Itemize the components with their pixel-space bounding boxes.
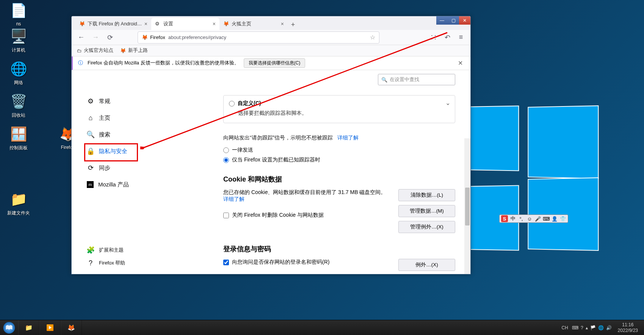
manage-data-button[interactable]: 管理数据…(M) [398, 205, 455, 217]
firefox-icon: 🦊 [142, 34, 148, 40]
ime-keyboard-button[interactable]: ⌨ [543, 215, 550, 222]
info-icon: ⓘ [78, 60, 83, 66]
cookies-learn-more-link[interactable]: 详细了解 [223, 196, 244, 202]
clear-data-button[interactable]: 清除数据…(L) [398, 189, 455, 201]
app-menu-button[interactable]: ≡ [455, 32, 467, 43]
tray-language-indicator[interactable]: CH [562, 325, 568, 330]
ime-toolbar[interactable]: S 中 °, ☺ 🎤 ⌨ 👤 👕 [499, 214, 568, 223]
sidebar-item-sync[interactable]: ⟳同步 [83, 160, 147, 176]
dnt-learn-more-link[interactable]: 详细了解 [337, 135, 359, 141]
chevron-down-icon[interactable]: ⌄ [445, 99, 450, 106]
wallpaper-windows-logo [454, 106, 599, 250]
tab-label: 火狐主页 [232, 21, 251, 27]
radio-known-trackers[interactable] [223, 157, 229, 163]
tray-network-icon[interactable]: 🌐 [598, 325, 604, 330]
delete-on-close-label: 关闭 Firefox 时删除 Cookie 与网站数据 [232, 212, 324, 219]
desktop-icon-ns[interactable]: 📄ns [4, 2, 33, 27]
desktop-icon-new-folder[interactable]: 📁新建文件夹 [4, 190, 33, 216]
banner-close-button[interactable]: ✕ [456, 59, 465, 67]
firefox-window: — ▢ ✕ 🦊 下载 Firefox 的 Android 与 iO × ⚙ 设置… [71, 16, 471, 274]
settings-search-input[interactable]: 🔍 在设置中查找 [378, 74, 455, 85]
bookmark-getting-started[interactable]: 🦊 新手上路 [120, 47, 148, 54]
sogou-icon[interactable]: S [501, 215, 508, 222]
ime-emoji-button[interactable]: ☺ [526, 215, 533, 222]
tray-keyboard-icon[interactable]: ⌨ [572, 325, 578, 330]
logins-section-title: 登录信息与密码 [223, 244, 455, 254]
tray-flag-icon[interactable]: 🏳️ [590, 325, 596, 330]
taskbar-media-player[interactable]: ▶️ [39, 320, 61, 335]
tab-firefox-home[interactable]: 🦊 火狐主页 × [219, 18, 288, 30]
reload-button[interactable]: ⟳ [104, 32, 116, 43]
custom-label: 自定义(C) [238, 100, 261, 107]
url-bar[interactable]: 🦊 Firefox about:preferences#privacy ☆ [138, 31, 379, 44]
window-minimize-button[interactable]: — [436, 16, 448, 25]
ask-save-passwords-option[interactable]: 向您询问是否保存网站的登录名和密码(R) [223, 259, 391, 266]
windows-taskbar: 📁 ▶️ 🦊 CH ⌨ ? ▴ 🏳️ 🌐 🔊 11:16 2022/9/23 [0, 320, 644, 335]
identity-box[interactable]: 🦊 Firefox [142, 34, 165, 40]
bookmark-firefox-official[interactable]: 🗀 火狐官方站点 [77, 47, 113, 54]
firefox-icon: 🦊 [79, 21, 85, 27]
firefox-icon: 🦊 [223, 21, 229, 27]
desktop-icon-computer[interactable]: 🖥️计算机 [4, 27, 33, 53]
radio-always-send[interactable] [223, 147, 229, 153]
radio-custom[interactable] [229, 101, 235, 106]
ime-skin-button[interactable]: 👕 [559, 215, 566, 222]
tab-close-icon[interactable]: × [144, 21, 147, 27]
dnt-known-trackers-option[interactable]: 仅当 Firefox 设置为拦截已知跟踪器时 [223, 157, 455, 163]
desktop-icon-network[interactable]: 🌐网络 [4, 60, 33, 86]
mozilla-icon: m [87, 181, 94, 188]
back-button[interactable]: ← [75, 32, 87, 43]
tray-date: 2022/9/23 [618, 328, 638, 333]
navigation-toolbar: ← → ⟳ 🦊 Firefox about:preferences#privac… [72, 30, 470, 45]
cookies-stored-text: 您已存储的 Cookie、网站数据和缓存目前使用了 31.7 MB 磁盘空间。 [223, 189, 391, 196]
new-tab-button[interactable]: + [288, 19, 298, 30]
tab-close-icon[interactable]: × [281, 21, 284, 27]
folder-icon: 🗀 [77, 48, 82, 53]
tracking-custom-option[interactable]: ⌄ 自定义(C) 选择要拦截的跟踪器和脚本。 [223, 95, 455, 123]
home-icon: ⌂ [87, 114, 94, 122]
tab-settings[interactable]: ⚙ 设置 × [151, 18, 219, 30]
help-icon: ? [87, 259, 94, 267]
tray-volume-icon[interactable]: 🔊 [606, 325, 612, 330]
taskbar-firefox[interactable]: 🦊 [61, 320, 82, 335]
ime-user-button[interactable]: 👤 [551, 215, 558, 222]
desktop-icon-recycle-bin[interactable]: 🗑️回收站 [4, 92, 33, 119]
undo-button[interactable]: ↶ [442, 32, 453, 43]
start-button[interactable] [0, 320, 18, 335]
sidebar-item-mozilla[interactable]: mMozilla 产品 [83, 176, 147, 193]
search-placeholder: 在设置中查找 [390, 76, 419, 83]
checkbox-ask-save[interactable] [223, 260, 229, 265]
sync-icon: ⟳ [87, 164, 94, 172]
taskbar-explorer[interactable]: 📁 [18, 320, 39, 335]
sidebar-item-home[interactable]: ⌂主页 [83, 110, 147, 126]
ime-voice-button[interactable]: 🎤 [534, 215, 541, 222]
desktop-icon-control-panel[interactable]: 🪟控制面板 [4, 125, 33, 151]
sidebar-item-search[interactable]: 🔍搜索 [83, 126, 147, 143]
system-tray: CH ⌨ ? ▴ 🏳️ 🌐 🔊 11:16 2022/9/23 [562, 322, 644, 333]
gear-icon: ⚙ [87, 97, 94, 105]
sidebar-item-general[interactable]: ⚙常规 [83, 93, 147, 110]
preferences-sidebar: ⚙常规 ⌂主页 🔍搜索 🔒隐私与安全 ⟳同步 mMozilla 产品 🧩扩展和主… [72, 70, 147, 274]
checkbox-delete-on-close[interactable] [223, 213, 229, 218]
ime-punct-button[interactable]: °, [518, 215, 525, 222]
tray-help-icon[interactable]: ? [581, 325, 583, 330]
tab-close-icon[interactable]: × [213, 21, 216, 27]
url-text: about:preferences#privacy [168, 34, 226, 40]
dnt-always-option[interactable]: 一律发送 [223, 147, 455, 153]
tray-chevron-up-icon[interactable]: ▴ [586, 325, 588, 330]
tab-strip: 🦊 下载 Firefox 的 Android 与 iO × ⚙ 设置 × 🦊 火… [72, 16, 470, 30]
ime-lang-button[interactable]: 中 [509, 215, 516, 222]
window-maximize-button[interactable]: ▢ [448, 16, 459, 25]
forward-button[interactable]: → [90, 32, 101, 43]
manage-exceptions-button[interactable]: 管理例外…(X) [398, 221, 455, 233]
tray-clock[interactable]: 11:16 2022/9/23 [616, 322, 640, 333]
screenshot-button[interactable]: ⸬ [428, 32, 439, 43]
sidebar-item-privacy[interactable]: 🔒隐私与安全 [83, 143, 147, 160]
bookmark-star-icon[interactable]: ☆ [370, 34, 375, 41]
sidebar-item-help[interactable]: ?Firefox 帮助 [83, 257, 129, 269]
tab-download-firefox[interactable]: 🦊 下载 Firefox 的 Android 与 iO × [75, 18, 151, 30]
sidebar-item-extensions[interactable]: 🧩扩展和主题 [83, 244, 129, 257]
window-close-button[interactable]: ✕ [459, 16, 470, 25]
choose-data-button[interactable]: 我要选择提供哪些信息(C) [244, 58, 306, 68]
login-exceptions-button[interactable]: 例外…(X) [398, 259, 455, 271]
